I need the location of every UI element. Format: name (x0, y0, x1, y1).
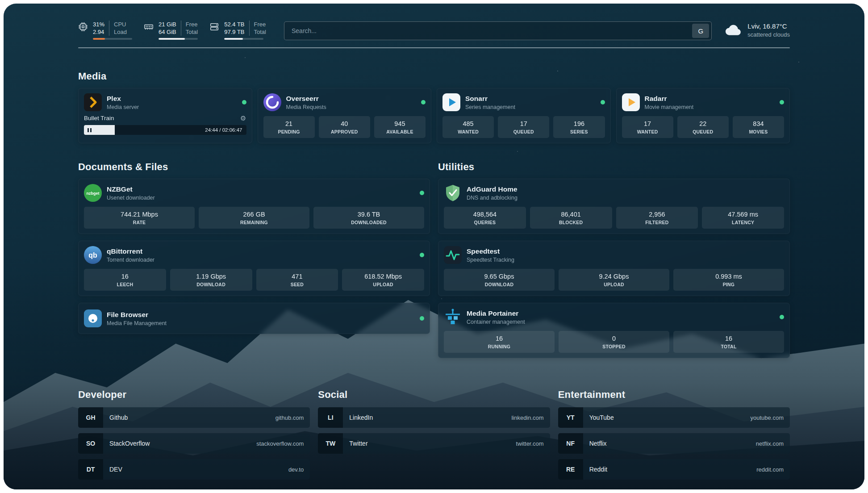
radarr-card[interactable]: Radarr Movie management 17 WANTED 22 QUE… (616, 88, 790, 143)
stat-filtered: 2,956 FILTERED (616, 207, 698, 229)
playback-progress-bar[interactable]: 24:44 / 02:06:47 (84, 125, 246, 135)
stat-label: FILTERED (618, 220, 697, 225)
search-input[interactable] (291, 27, 692, 35)
playback-time: 24:44 / 02:06:47 (205, 127, 242, 133)
stat-approved: 40 APPROVED (319, 116, 370, 138)
bookmark-url: stackoverflow.com (256, 440, 304, 447)
stat-value: 16 (675, 335, 782, 342)
bookmark-abbr: TW (318, 433, 343, 454)
stat-value: 0.993 ms (675, 273, 782, 280)
stat-stopped: 0 STOPPED (559, 331, 669, 353)
service-subtitle: Media File Management (107, 320, 167, 326)
memory-total-value: 64 GiB (159, 28, 176, 36)
stat-value: 618.52 Mbps (344, 273, 422, 280)
bookmark-abbr: DT (78, 459, 103, 480)
search-bar[interactable]: G (284, 21, 712, 40)
stat-label: DOWNLOADED (315, 220, 422, 225)
adguard-icon (444, 184, 462, 202)
stat-total: 16 TOTAL (673, 331, 784, 353)
filebrowser-card[interactable]: File Browser Media File Management (78, 303, 430, 334)
service-name: Radarr (645, 95, 694, 103)
sonarr-icon (442, 93, 460, 111)
service-subtitle: Container management (467, 319, 525, 325)
speedtest-card[interactable]: Speedtest Speedtest Tracking 9.65 Gbps D… (438, 241, 790, 296)
status-indicator (780, 315, 784, 319)
bookmark-url: twitter.com (516, 440, 544, 447)
bookmark-youtube[interactable]: YT YouTube youtube.com (558, 407, 790, 428)
bookmark-name: Reddit (589, 466, 607, 473)
stat-download: 1.19 Gbps DOWNLOAD (170, 269, 252, 291)
stat-value: 47.569 ms (704, 211, 782, 218)
plex-card[interactable]: Plex Media server Bullet Train ⚙ 24:44 /… (78, 88, 252, 143)
bookmark-abbr: SO (78, 433, 103, 454)
bookmark-netflix[interactable]: NF Netflix netflix.com (558, 433, 790, 454)
stat-label: LEECH (86, 282, 164, 287)
stat-value: 9.24 Gbps (560, 273, 668, 280)
stat-value: 1.19 Gbps (172, 273, 250, 280)
cpu-load-label: Load (114, 28, 127, 36)
service-name: Speedtest (467, 247, 514, 255)
qbittorrent-card[interactable]: qb qBittorrent Torrent downloader 16 LEE… (78, 241, 430, 296)
stat-value: 16 (446, 335, 553, 342)
stat-label: PING (675, 282, 782, 287)
stat-pending: 21 PENDING (263, 116, 315, 138)
bookmark-twitter[interactable]: TW Twitter twitter.com (318, 433, 550, 454)
service-name: Media Portainer (467, 309, 525, 318)
status-indicator (780, 100, 784, 104)
status-indicator (242, 100, 246, 104)
disk-total-label: Total (254, 28, 266, 36)
stat-value: 16 (86, 273, 164, 280)
disk-total-value: 97.9 TB (224, 28, 244, 36)
stat-movies: 834 MOVIES (733, 116, 784, 138)
stat-value: 17 (624, 120, 672, 127)
service-name: File Browser (107, 311, 167, 319)
stat-label: TOTAL (675, 344, 782, 349)
developer-bookmarks: Developer GH Github github.com SO StackO… (78, 389, 310, 485)
bookmark-linkedin[interactable]: LI LinkedIn linkedin.com (318, 407, 550, 428)
bookmark-abbr: NF (558, 433, 583, 454)
memory-free-value: 21 GiB (159, 21, 176, 28)
bookmark-name: StackOverflow (109, 440, 150, 447)
service-subtitle: DNS and adblocking (467, 195, 517, 201)
search-engine-button[interactable]: G (692, 24, 709, 38)
utilities-column: Utilities AdGuard Home (438, 161, 790, 365)
sonarr-card[interactable]: Sonarr Series management 485 WANTED 17 Q… (437, 88, 611, 143)
stat-label: DOWNLOAD (446, 282, 553, 287)
stat-upload: 618.52 Mbps UPLOAD (342, 269, 424, 291)
bookmark-reddit[interactable]: RE Reddit reddit.com (558, 459, 790, 480)
radarr-icon (622, 93, 640, 111)
bookmark-abbr: RE (558, 459, 583, 480)
bookmark-name: YouTube (589, 414, 614, 421)
stat-value: 834 (734, 120, 782, 127)
stat-seed: 471 SEED (256, 269, 338, 291)
stat-label: QUEUED (679, 129, 727, 134)
disk-free-value: 52.4 TB (224, 21, 244, 28)
disk-icon (209, 21, 219, 40)
pause-button[interactable] (88, 128, 92, 132)
bookmark-name: DEV (109, 466, 122, 473)
stat-value: 21 (265, 120, 313, 127)
overseerr-card[interactable]: Overseerr Media Requests 21 PENDING 40 A… (258, 88, 432, 143)
disk-free-label: Free (254, 21, 266, 28)
stat-downloaded: 39.6 TB DOWNLOADED (313, 207, 424, 229)
stat-label: WANTED (624, 129, 672, 134)
svg-text:qb: qb (88, 251, 97, 259)
bookmark-stackoverflow[interactable]: SO StackOverflow stackoverflow.com (78, 433, 310, 454)
memory-usage-widget: 21 GiB 64 GiB Free Total (144, 21, 198, 40)
stat-wanted: 17 WANTED (622, 116, 673, 138)
documents-column: Documents & Files nzbget NZBGet Usenet d (78, 161, 430, 334)
stat-label: RATE (86, 220, 193, 225)
adguard-card[interactable]: AdGuard Home DNS and adblocking 498,564 … (438, 179, 790, 234)
stat-series: 196 SERIES (553, 116, 605, 138)
bookmark-dev[interactable]: DT DEV dev.to (78, 459, 310, 480)
bookmark-github[interactable]: GH Github github.com (78, 407, 310, 428)
weather-condition: scattered clouds (747, 31, 790, 38)
portainer-card[interactable]: Media Portainer Container management 16 … (438, 303, 790, 358)
settings-gear-icon[interactable]: ⚙ (240, 115, 246, 121)
stat-value: 485 (444, 120, 492, 127)
stat-value: 945 (376, 120, 424, 127)
stat-value: 86,401 (532, 211, 610, 218)
nzbget-card[interactable]: nzbget NZBGet Usenet downloader 744.21 M… (78, 179, 430, 234)
stat-value: 9.65 Gbps (446, 273, 553, 280)
stat-available: 945 AVAILABLE (374, 116, 426, 138)
